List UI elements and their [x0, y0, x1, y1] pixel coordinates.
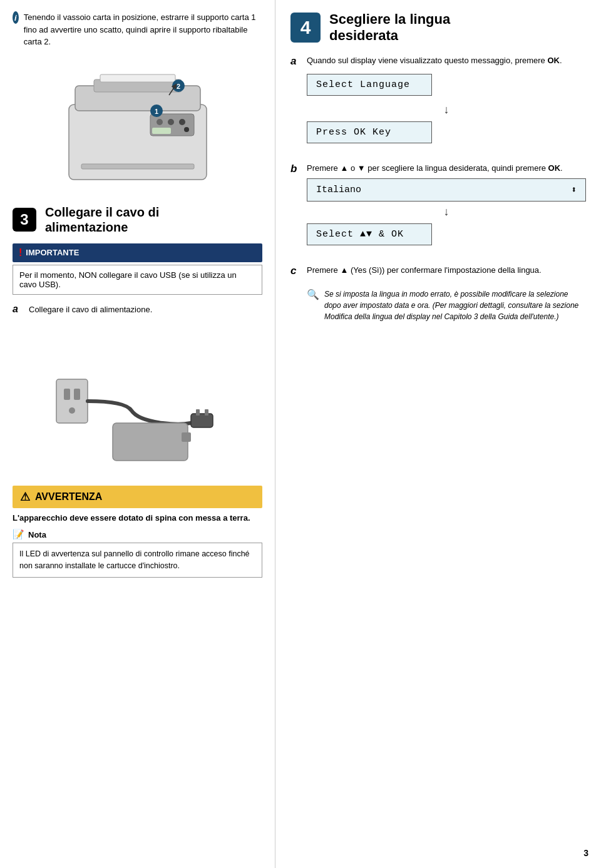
svg-rect-19: [191, 414, 213, 427]
step4-b-desc: Premere ▲ o ▼ per scegliere la lingua de…: [307, 162, 586, 175]
nota-header: 📝 Nota: [13, 529, 262, 540]
step4-a-desc-pre: Quando sul display viene visualizzato qu…: [307, 56, 545, 65]
svg-rect-15: [56, 379, 88, 423]
lcd-arrows: ⬍: [571, 184, 577, 196]
step4-header: 4 Scegliere la linguadesiderata: [290, 11, 586, 44]
lcd-display-1: Select Language: [307, 74, 432, 96]
step4-a-ok: OK: [547, 56, 560, 65]
step4-b-content: Premere ▲ o ▼ per scegliere la lingua de…: [307, 162, 586, 253]
importante-text: Per il momento, NON collegare il cavo US…: [19, 270, 237, 289]
svg-point-18: [69, 407, 75, 414]
step4-c-desc: Premere ▲ (Yes (Sì)) per confermare l'im…: [307, 264, 586, 277]
nota-label: Nota: [28, 530, 46, 539]
step3-title: Collegare il cavo dialimentazione: [45, 205, 159, 235]
step3-sub-a: a Collegare il cavo di alimentazione.: [13, 304, 262, 316]
svg-rect-9: [152, 128, 171, 134]
info-icon: i: [13, 11, 19, 24]
importante-content: Per il momento, NON collegare il cavo US…: [13, 265, 262, 295]
step4-a-desc-post: .: [560, 56, 562, 65]
svg-rect-17: [74, 389, 80, 400]
svg-rect-3: [100, 74, 175, 82]
svg-rect-10: [81, 164, 194, 169]
step4-c: c Premere ▲ (Yes (Sì)) per confermare l'…: [290, 264, 586, 280]
printer-image: 2 1: [50, 67, 225, 192]
nota-box: Il LED di avvertenza sul pannello di con…: [13, 543, 262, 578]
nota-text: Il LED di avvertenza sul pannello di con…: [19, 549, 250, 570]
cable-svg: [50, 329, 225, 467]
lcd-display-3: Italiano ⬍: [307, 178, 586, 202]
svg-text:1: 1: [154, 108, 158, 115]
step4-title: Scegliere la linguadesiderata: [329, 11, 450, 44]
lcd-display-2: Press OK Key: [307, 121, 432, 143]
step4-a-desc: Quando sul display viene visualizzato qu…: [307, 54, 586, 67]
step4-a-letter: a: [290, 54, 300, 68]
step4-note-text: Se si imposta la lingua in modo errato, …: [324, 288, 586, 322]
avvertenza-icon: ⚠: [20, 490, 30, 504]
printer-svg: 2 1: [50, 67, 225, 192]
step4-a-content: Quando sul display viene visualizzato qu…: [307, 54, 586, 151]
right-column: 4 Scegliere la linguadesiderata a Quando…: [275, 0, 601, 868]
step3-number: 3: [13, 208, 36, 232]
arrow-down-1: ↓: [307, 103, 586, 116]
info-box: i Tenendo il vassoio carta in posizione,…: [13, 11, 262, 48]
nota-icon: 📝: [13, 529, 24, 540]
lcd-italiano-text: Italiano: [316, 185, 361, 195]
avvertenza-header: ⚠ AVVERTENZA: [13, 486, 262, 508]
importante-label: IMPORTANTE: [26, 248, 79, 257]
svg-point-6: [168, 119, 174, 125]
warn-icon: !: [19, 247, 22, 258]
step4-b-letter: b: [290, 162, 300, 176]
lcd-italiano: Italiano ⬍: [307, 178, 586, 202]
page-number: 3: [583, 848, 588, 858]
svg-rect-20: [196, 409, 200, 416]
lcd-press-ok-key: Press OK Key: [307, 118, 586, 147]
arrow-down-2: ↓: [307, 205, 586, 218]
avvertenza-label: AVVERTENZA: [35, 491, 102, 503]
step4-number: 4: [290, 13, 321, 43]
step4-c-content: Premere ▲ (Yes (Sì)) per confermare l'im…: [307, 264, 586, 280]
svg-point-8: [184, 127, 189, 132]
svg-rect-22: [113, 423, 188, 461]
svg-text:2: 2: [176, 83, 180, 90]
step3-header: 3 Collegare il cavo dialimentazione: [13, 205, 262, 235]
step4-b-ok: OK: [548, 163, 561, 173]
sub-step-a-text: Collegare il cavo di alimentazione.: [29, 304, 152, 316]
info-text: Tenendo il vassoio carta in posizione, e…: [24, 11, 262, 48]
svg-rect-23: [182, 432, 191, 442]
importante-header: ! IMPORTANTE: [13, 243, 262, 262]
lcd-select-ok: Select ▲▼ & OK: [307, 220, 586, 249]
lcd-display-4: Select ▲▼ & OK: [307, 223, 432, 245]
svg-rect-21: [205, 409, 208, 416]
lcd-select-language: Select Language: [307, 70, 586, 100]
cable-image: [50, 329, 225, 467]
svg-point-7: [179, 119, 185, 125]
sub-step-a-letter: a: [13, 304, 23, 315]
step4-a: a Quando sul display viene visualizzato …: [290, 54, 586, 151]
step4-b-desc-pre: Premere ▲ o ▼ per scegliere la lingua de…: [307, 163, 546, 173]
svg-point-5: [157, 119, 163, 125]
note-magnifier-icon: 🔍: [307, 288, 319, 300]
left-column: i Tenendo il vassoio carta in posizione,…: [0, 0, 275, 868]
step4-c-letter: c: [290, 264, 300, 278]
step4-b: b Premere ▲ o ▼ per scegliere la lingua …: [290, 162, 586, 253]
svg-rect-16: [64, 389, 70, 400]
step4-c-desc-text: Premere ▲ (Yes (Sì)) per confermare l'im…: [307, 265, 542, 275]
step4-b-desc-post: .: [560, 163, 563, 173]
step4-note: 🔍 Se si imposta la lingua in modo errato…: [307, 288, 586, 322]
avvertenza-text: L'apparecchio deve essere dotato di spin…: [13, 513, 262, 523]
